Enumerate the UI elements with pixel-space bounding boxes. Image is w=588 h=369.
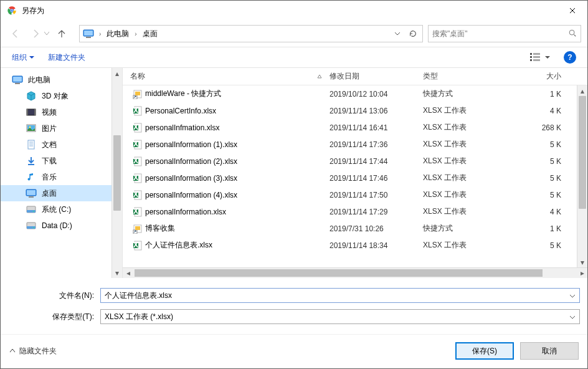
filetype-label: 保存类型(T): [8, 312, 100, 322]
scroll-left-icon[interactable]: ◂ [123, 268, 133, 279]
filename-input[interactable]: 个人证件信息表.xlsx [100, 288, 580, 303]
file-row[interactable]: middleWare - 快捷方式2019/10/12 10:04快捷方式1 K [123, 85, 577, 102]
svg-rect-24 [28, 140, 34, 149]
file-row[interactable]: XpersonalInformation (3).xlsx2019/11/14 … [123, 170, 577, 186]
file-row[interactable]: 博客收集2019/7/31 10:26快捷方式1 K [123, 220, 577, 237]
drive-icon [26, 204, 37, 215]
desktop-icon [26, 188, 37, 199]
col-date[interactable]: 修改日期 [330, 71, 423, 82]
svg-text:X: X [133, 173, 138, 182]
documents-icon [26, 139, 37, 150]
file-name: middleWare - 快捷方式 [145, 89, 330, 99]
filename-label: 文件名(N): [8, 290, 100, 301]
chevron-down-icon[interactable] [569, 291, 576, 300]
scroll-up-icon[interactable]: ▴ [112, 68, 122, 79]
save-button[interactable]: 保存(S) [455, 342, 514, 360]
svg-rect-11 [530, 56, 532, 58]
xlsx-icon: X [130, 207, 145, 217]
file-type: XLSX 工作表 [423, 206, 516, 217]
file-type: XLSX 工作表 [423, 156, 516, 166]
file-row[interactable]: XPersonalCertInfo.xlsx2019/11/14 13:06XL… [123, 102, 577, 119]
hide-folders-toggle[interactable]: 隐藏文件夹 [9, 346, 57, 357]
file-type: 快捷方式 [423, 223, 516, 234]
tree-item[interactable]: 图片 [1, 120, 111, 137]
file-date: 2019/11/14 13:06 [330, 107, 423, 115]
address-bar[interactable]: ›此电脑›桌面 [79, 25, 423, 42]
col-name[interactable]: 名称 [130, 71, 330, 82]
scroll-thumb[interactable] [113, 135, 121, 211]
svg-rect-41 [135, 92, 140, 95]
file-row[interactable]: XpersonalInformation (4).xlsx2019/11/14 … [123, 186, 577, 203]
filetype-select[interactable]: XLSX 工作表 (*.xlsx) [100, 309, 580, 324]
list-vscrollbar[interactable]: ▴ ▾ [577, 85, 587, 267]
file-row[interactable]: XpersonalInformation (2).xlsx2019/11/14 … [123, 153, 577, 170]
file-row[interactable]: X个人证件信息表.xlsx2019/11/14 18:34XLSX 工作表5 K [123, 237, 577, 254]
chevron-down-icon[interactable] [569, 312, 576, 321]
shortcut-icon [130, 224, 145, 234]
breadcrumb[interactable]: ›此电脑›桌面 [97, 26, 161, 42]
scroll-up-icon[interactable]: ▴ [577, 85, 587, 96]
crumb-desktop[interactable]: 桌面 [139, 29, 161, 39]
downloads-icon [26, 155, 37, 166]
file-row[interactable]: XpersonalInformation (1).xlsx2019/11/14 … [123, 136, 577, 153]
cancel-button[interactable]: 取消 [520, 342, 579, 360]
file-type: XLSX 工作表 [423, 105, 516, 116]
column-headers[interactable]: 名称 修改日期 类型 大小 [123, 68, 587, 85]
scroll-down-icon[interactable]: ▾ [577, 257, 587, 267]
file-size: 4 K [516, 107, 561, 115]
tree-item-label: 文档 [42, 140, 57, 150]
svg-rect-6 [84, 31, 93, 36]
tree-item[interactable]: Data (D:) [1, 218, 111, 234]
new-folder-button[interactable]: 新建文件夹 [48, 52, 85, 63]
scroll-right-icon[interactable]: ▸ [577, 268, 587, 279]
tree-this-pc[interactable]: 此电脑 [1, 72, 111, 88]
svg-rect-20 [34, 109, 36, 115]
list-hscrollbar[interactable]: ◂ ▸ [123, 267, 587, 278]
folder-tree[interactable]: 此电脑 3D 对象视频图片文档下载音乐桌面系统 (C:)Data (D:) [1, 68, 111, 278]
file-name: personalInformation (2).xlsx [145, 157, 330, 166]
file-date: 2019/11/14 16:41 [330, 123, 423, 132]
file-date: 2019/7/31 10:26 [330, 224, 423, 233]
back-button[interactable] [7, 25, 24, 42]
file-size: 268 K [516, 123, 561, 132]
view-button[interactable] [530, 52, 550, 62]
tree-item-label: 桌面 [42, 188, 57, 199]
tree-item[interactable]: 桌面 [1, 185, 111, 201]
refresh-button[interactable] [404, 29, 422, 38]
organize-button[interactable]: 组织 [12, 52, 34, 63]
file-row[interactable]: XpersonalInfmation.xlsx2019/11/14 16:41X… [123, 119, 577, 136]
3d-icon [26, 90, 37, 102]
scroll-thumb[interactable] [135, 269, 543, 277]
tree-item[interactable]: 文档 [1, 137, 111, 153]
tree-item[interactable]: 视频 [1, 104, 111, 120]
tree-item[interactable]: 音乐 [1, 169, 111, 185]
svg-point-29 [28, 178, 31, 181]
scroll-thumb[interactable] [579, 96, 586, 209]
svg-rect-7 [86, 37, 91, 38]
tree-item-label: Data (D:) [42, 221, 72, 230]
nav-scrollbar[interactable]: ▴ ▾ [111, 68, 122, 278]
up-button[interactable] [53, 25, 70, 42]
svg-rect-12 [533, 56, 540, 58]
file-type: XLSX 工作表 [423, 189, 516, 200]
col-type[interactable]: 类型 [423, 71, 516, 82]
tree-item[interactable]: 系统 (C:) [1, 201, 111, 218]
file-name: personalInfmation.xlsx [145, 123, 330, 132]
recent-locations-button[interactable] [44, 32, 50, 36]
tree-item[interactable]: 下载 [1, 153, 111, 169]
help-button[interactable]: ? [564, 51, 576, 64]
file-row[interactable]: XpersonalInformation.xlsx2019/11/14 17:2… [123, 203, 577, 220]
tree-item[interactable]: 3D 对象 [1, 88, 111, 104]
crumb-pc[interactable]: 此电脑 [103, 29, 133, 39]
close-button[interactable] [559, 1, 586, 20]
toolbar: 组织 新建文件夹 ? [1, 47, 587, 68]
svg-rect-31 [27, 190, 36, 195]
svg-rect-14 [533, 59, 540, 61]
address-dropdown[interactable] [390, 32, 404, 36]
search-box[interactable]: 搜索"桌面" [428, 25, 581, 42]
tree-item-label: 下载 [42, 156, 57, 166]
file-type: XLSX 工作表 [423, 240, 516, 251]
forward-button[interactable] [27, 25, 44, 42]
col-size[interactable]: 大小 [516, 71, 561, 82]
scroll-down-icon[interactable]: ▾ [112, 267, 122, 278]
